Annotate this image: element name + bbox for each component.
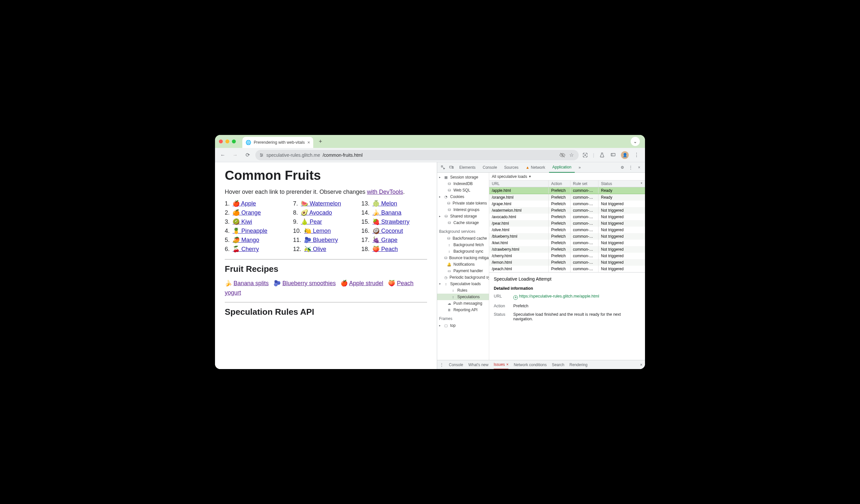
address-bar[interactable]: speculative-rules.glitch.me/common-fruit…	[255, 150, 579, 160]
sidebar-item[interactable]: 🗎Reporting API	[437, 307, 489, 313]
table-header[interactable]: Rule set	[570, 181, 598, 187]
fruit-link[interactable]: 🥝 Kiwi	[232, 218, 252, 225]
sidebar-item[interactable]: ▸⛁Shared storage	[437, 213, 489, 219]
tab-sources[interactable]: Sources	[501, 162, 522, 173]
fruit-link[interactable]: 🍉 Watermelon	[301, 200, 341, 207]
sidebar-item[interactable]: 🔔Notifications	[437, 261, 489, 268]
inspect-icon[interactable]	[439, 165, 447, 170]
table-row[interactable]: /cherry.htmlPrefetchcommon-…Not triggere…	[489, 253, 645, 259]
tabs-dropdown-button[interactable]: ⌄	[631, 137, 640, 146]
fruit-link[interactable]: 🥭 Mango	[232, 237, 259, 243]
table-row[interactable]: /lemon.htmlPrefetchcommon-…Not triggered	[489, 259, 645, 266]
sidebar-item[interactable]: ⛁Back/forward cache	[437, 235, 489, 242]
fruit-link[interactable]: 🥑 Avocado	[301, 210, 332, 216]
table-row[interactable]: /avocado.htmlPrefetchcommon-…Not trigger…	[489, 214, 645, 220]
sidebar-item[interactable]: ↕Background fetch	[437, 242, 489, 248]
table-row[interactable]: /kiwi.htmlPrefetchcommon-…Not triggered	[489, 240, 645, 246]
sidebar-item-speculations[interactable]: ↕Speculations	[437, 293, 489, 300]
recipe-link[interactable]: Apple strudel	[349, 280, 383, 287]
fruit-link[interactable]: 🍎 Apple	[232, 200, 256, 207]
sidebar-item[interactable]: ▸▢top	[437, 322, 489, 329]
close-icon[interactable]: ×	[506, 362, 508, 367]
settings-gear-icon[interactable]: ⚙	[618, 165, 626, 170]
drawer-whatsnew[interactable]: What's new	[468, 362, 489, 367]
forward-button[interactable]: →	[231, 150, 240, 160]
fruit-link[interactable]: 🍐 Pear	[301, 218, 322, 225]
close-tab-button[interactable]: ×	[307, 140, 310, 145]
eye-off-icon[interactable]	[559, 152, 565, 158]
fruit-link[interactable]: 🍋 Lemon	[304, 228, 331, 234]
new-tab-button[interactable]: +	[316, 137, 325, 146]
bookmark-star-icon[interactable]: ☆	[568, 152, 575, 158]
close-devtools-icon[interactable]: ×	[635, 165, 643, 170]
drawer-rendering[interactable]: Rendering	[570, 362, 587, 367]
tab-console[interactable]: Console	[479, 162, 500, 173]
reload-button[interactable]: ⟳	[243, 150, 252, 160]
table-header[interactable]: Status	[598, 181, 645, 187]
extensions-icon[interactable]	[582, 152, 588, 158]
browser-tab[interactable]: 🌐 Prerendering with web-vitals ×	[242, 137, 313, 148]
profile-avatar[interactable]: 👤	[621, 151, 629, 159]
fruit-link[interactable]: 🍒 Cherry	[232, 246, 259, 252]
fruit-link[interactable]: 🍓 Strawberry	[372, 218, 410, 225]
table-row[interactable]: /grape.htmlPrefetchcommon-…Not triggered	[489, 201, 645, 207]
device-toggle-icon[interactable]	[447, 165, 455, 170]
table-header[interactable]: URL	[489, 181, 548, 187]
kebab-menu-icon[interactable]: ⋮	[633, 152, 640, 158]
table-row[interactable]: /pear.htmlPrefetchcommon-…Not triggered	[489, 220, 645, 227]
table-row[interactable]: /watermelon.htmlPrefetchcommon-…Not trig…	[489, 207, 645, 214]
table-header[interactable]: Action	[548, 181, 570, 187]
table-row[interactable]: /olive.htmlPrefetchcommon-…Not triggered	[489, 227, 645, 233]
minimize-window-button[interactable]	[225, 140, 229, 143]
sidebar-item[interactable]: ⛁Bounce tracking mitigations	[437, 255, 489, 261]
sidebar-item[interactable]: ⛁Interest groups	[437, 206, 489, 213]
sidebar-item[interactable]: ⛁Private state tokens	[437, 200, 489, 206]
maximize-window-button[interactable]	[232, 140, 236, 143]
sidebar-item[interactable]: ⛁Web SQL	[437, 187, 489, 193]
speculation-filter[interactable]: All speculative loads ▼	[489, 173, 645, 181]
fruit-link[interactable]: 🫒 Olive	[304, 246, 326, 252]
sidebar-item[interactable]: ◷Periodic background sync	[437, 274, 489, 280]
fruit-link[interactable]: 🍈 Melon	[372, 200, 397, 207]
close-drawer-icon[interactable]: ×	[640, 362, 642, 367]
recipe-link[interactable]: Banana splits	[233, 280, 269, 287]
sidebar-item[interactable]: ▸▦Session storage	[437, 174, 489, 181]
drawer-issues[interactable]: Issues ×	[494, 360, 509, 369]
fruit-link[interactable]: 🥥 Coconut	[372, 228, 403, 234]
detail-url-value[interactable]: ⊕https://speculative-rules.glitch.me/app…	[513, 294, 641, 300]
sidebar-item[interactable]: ▸◔Cookies	[437, 193, 489, 200]
table-row[interactable]: /apple.htmlPrefetchcommon-…Ready	[489, 187, 645, 194]
fruit-link[interactable]: 🍌 Banana	[372, 210, 401, 216]
sidebar-item[interactable]: ▾↕Speculative loads	[437, 280, 489, 287]
tab-network[interactable]: ▲Network	[522, 162, 548, 173]
recipe-link[interactable]: Blueberry smoothies	[282, 280, 336, 287]
table-row[interactable]: /strawberry.htmlPrefetchcommon-…Not trig…	[489, 246, 645, 253]
flask-icon[interactable]	[599, 152, 605, 158]
table-row[interactable]: /orange.htmlPrefetchcommon-…Ready	[489, 194, 645, 201]
fruit-link[interactable]: 🫐 Blueberry	[304, 237, 338, 243]
back-button[interactable]: ←	[218, 150, 227, 160]
fruit-link[interactable]: 🍊 Orange	[232, 210, 261, 216]
devtools-link[interactable]: with DevTools	[367, 189, 403, 195]
sidebar-item[interactable]: ⛁IndexedDB	[437, 181, 489, 187]
drawer-kebab-icon[interactable]: ⋮	[440, 362, 444, 367]
site-settings-icon[interactable]	[259, 153, 264, 157]
fruit-link[interactable]: 🍑 Peach	[372, 246, 398, 252]
devices-icon[interactable]	[610, 152, 616, 158]
table-row[interactable]: /blueberry.htmlPrefetchcommon-…Not trigg…	[489, 233, 645, 240]
tab-elements[interactable]: Elements	[456, 162, 479, 173]
sidebar-item[interactable]: ☁Push messaging	[437, 300, 489, 307]
drawer-console[interactable]: Console	[449, 362, 463, 367]
sidebar-item[interactable]: ▭Payment handler	[437, 268, 489, 274]
devtools-kebab-icon[interactable]: ⋮	[627, 165, 635, 170]
tab-application[interactable]: Application	[549, 162, 575, 173]
close-window-button[interactable]	[219, 140, 223, 143]
drawer-search[interactable]: Search	[552, 362, 564, 367]
sidebar-item[interactable]: ⛁Cache storage	[437, 219, 489, 226]
tab-more[interactable]: »	[575, 162, 584, 173]
fruit-link[interactable]: 🍍 Pineapple	[232, 228, 267, 234]
fruit-link[interactable]: 🍇 Grape	[372, 237, 398, 243]
sidebar-item[interactable]: ↕Background sync	[437, 248, 489, 255]
table-row[interactable]: /peach.htmlPrefetchcommon-…Not triggered	[489, 266, 645, 272]
sidebar-item[interactable]: ↕Rules	[437, 287, 489, 293]
